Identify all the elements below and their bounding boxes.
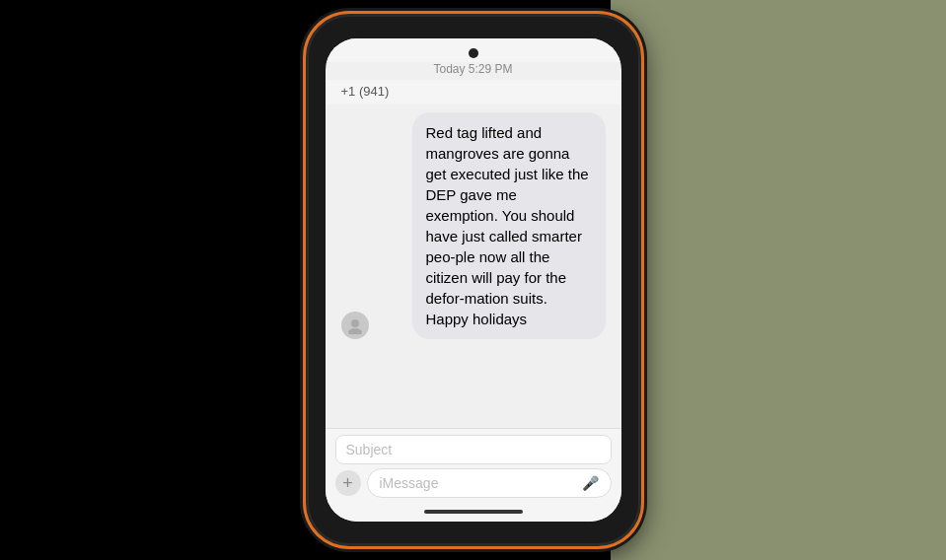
phone-screen: Today 5:29 PM +1 (941) <box>326 38 621 522</box>
mic-icon: 🎤 <box>582 475 599 491</box>
message-timestamp: Today 5:29 PM <box>326 62 621 76</box>
home-indicator <box>326 506 621 522</box>
messages-body: Red tag lifted and mangroves are gonna g… <box>326 105 621 428</box>
svg-point-0 <box>351 319 359 327</box>
screen-top <box>326 38 621 62</box>
message-row: Red tag lifted and mangroves are gonna g… <box>341 112 606 339</box>
imessage-row: + iMessage 🎤 <box>335 468 612 498</box>
imessage-placeholder: iMessage <box>380 475 439 491</box>
input-area: Subject + iMessage 🎤 <box>326 428 621 506</box>
camera-dot <box>469 48 478 58</box>
subject-placeholder: Subject <box>346 442 393 457</box>
sender-number: +1 (941) <box>326 80 621 105</box>
message-bubble: Red tag lifted and mangroves are gonna g… <box>412 112 606 339</box>
svg-point-1 <box>348 328 362 334</box>
home-bar <box>424 510 523 514</box>
imessage-input[interactable]: iMessage 🎤 <box>367 468 612 498</box>
sender-avatar <box>341 312 369 339</box>
add-button[interactable]: + <box>335 470 361 496</box>
phone-case: Today 5:29 PM +1 (941) <box>306 14 641 546</box>
subject-field[interactable]: Subject <box>335 435 612 464</box>
scene: Today 5:29 PM +1 (941) <box>0 0 946 560</box>
desk-background <box>611 0 946 560</box>
